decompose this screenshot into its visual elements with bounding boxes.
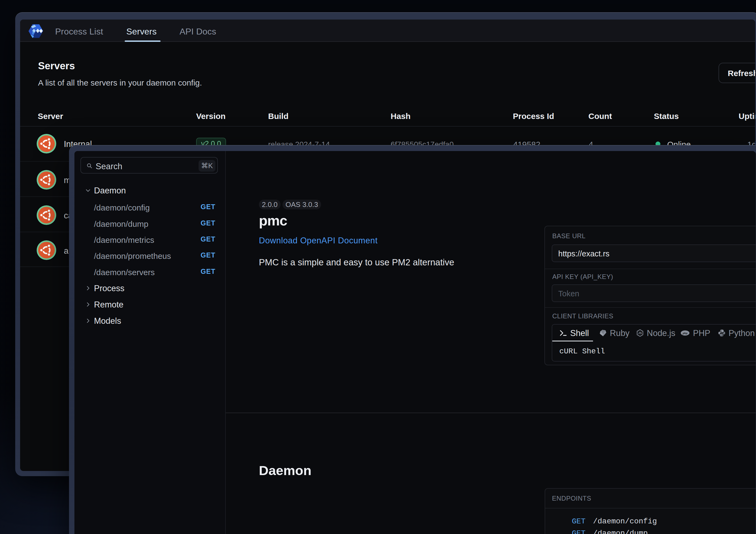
svg-text:php: php <box>682 332 688 334</box>
svg-text:JS: JS <box>638 332 642 334</box>
